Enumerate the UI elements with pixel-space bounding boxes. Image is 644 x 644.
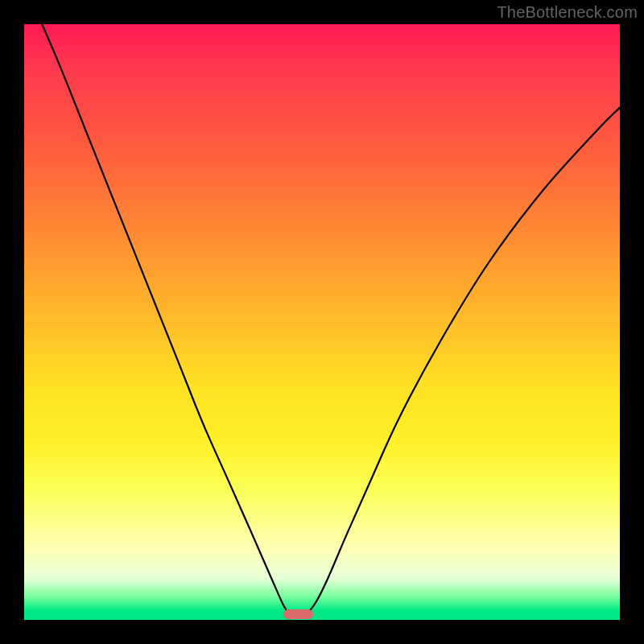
curve-layer (24, 24, 620, 620)
attribution-label: TheBottleneck.com (497, 3, 638, 22)
plot-area (24, 24, 620, 620)
chart-frame: TheBottleneck.com (0, 0, 644, 644)
right-branch-curve (308, 108, 621, 614)
left-branch-curve (42, 24, 289, 614)
bottleneck-marker (283, 609, 313, 619)
